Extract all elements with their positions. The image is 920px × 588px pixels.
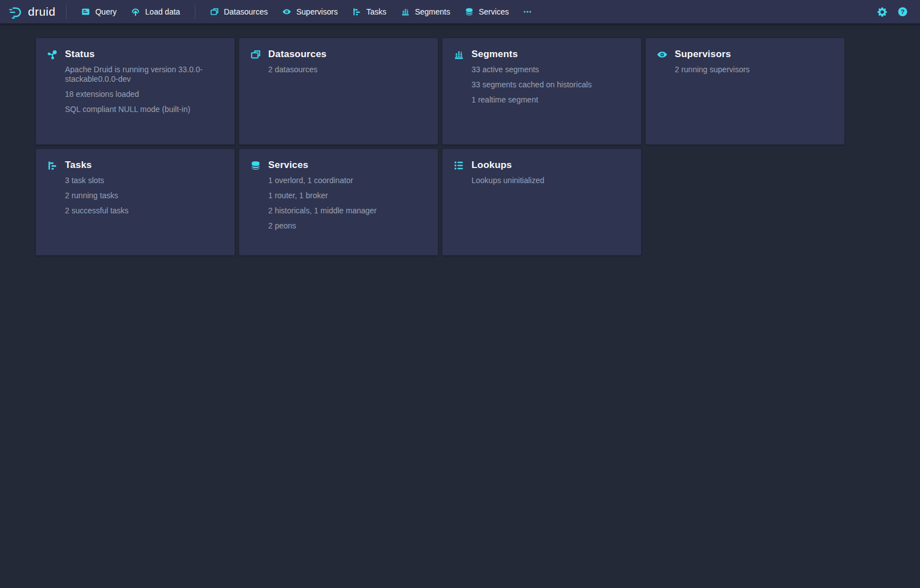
datasources-icon — [250, 49, 261, 60]
nav-item-label: Segments — [415, 7, 450, 16]
query-icon — [81, 7, 90, 16]
navbar-divider — [195, 5, 195, 19]
status-line: 33 active segments — [471, 65, 630, 74]
nav-item-supervisors[interactable]: Supervisors — [275, 0, 345, 24]
card-body: Lookups uninitialized — [442, 176, 641, 185]
status-line: 2 successful tasks — [65, 206, 223, 216]
status-line: 2 historicals, 1 middle manager — [268, 206, 427, 216]
datasources-icon — [210, 7, 219, 16]
card-body: 3 task slots 2 running tasks 2 successfu… — [36, 176, 235, 216]
status-line: SQL compliant NULL mode (built-in) — [65, 105, 223, 114]
datasources-card[interactable]: Datasources 2 datasources — [239, 38, 438, 144]
nav-item-label: Query — [95, 7, 116, 16]
nav-item-label: Datasources — [224, 7, 268, 16]
druid-logo-icon — [8, 4, 24, 20]
gantt-icon — [47, 160, 58, 171]
home-view: Status Apache Druid is running version 3… — [0, 24, 920, 255]
status-line: 2 running supervisors — [675, 65, 833, 74]
card-title: Supervisors — [675, 49, 731, 60]
card-title: Services — [268, 160, 309, 171]
status-line: 2 running tasks — [65, 191, 223, 200]
navbar: druid Query Load data — [0, 0, 920, 24]
brand-name: druid — [28, 5, 55, 18]
card-body: 2 datasources — [239, 65, 438, 74]
status-line: 1 realtime segment — [471, 95, 630, 105]
help-button[interactable]: ? — [896, 6, 909, 18]
more-menu-button[interactable] — [516, 0, 539, 24]
status-card[interactable]: Status Apache Druid is running version 3… — [36, 38, 235, 144]
status-line: 1 router, 1 broker — [268, 191, 427, 200]
card-title: Status — [65, 49, 95, 60]
card-header: Segments — [442, 38, 641, 65]
status-line: 33 segments cached on historicals — [471, 80, 630, 90]
card-title: Tasks — [65, 160, 92, 171]
druid-logo[interactable]: druid — [8, 4, 55, 20]
card-title: Segments — [471, 49, 518, 60]
services-card[interactable]: Services 1 overlord, 1 coordinator 1 rou… — [239, 149, 438, 255]
gear-icon — [877, 7, 887, 17]
status-line: 2 datasources — [268, 65, 427, 74]
database-icon — [465, 7, 474, 16]
lookups-card[interactable]: Lookups Lookups uninitialized — [442, 149, 641, 255]
nav-item-tasks[interactable]: Tasks — [345, 0, 394, 24]
status-line: 3 task slots — [65, 176, 223, 185]
nav-item-label: Load data — [145, 7, 180, 16]
card-body: 33 active segments 33 segments cached on… — [442, 65, 641, 105]
cards-grid: Status Apache Druid is running version 3… — [36, 38, 849, 255]
supervisors-card[interactable]: Supervisors 2 running supervisors — [646, 38, 844, 144]
settings-button[interactable] — [876, 6, 888, 18]
status-line: Apache Druid is running version 33.0.0-s… — [65, 65, 223, 84]
nav-item-label: Services — [479, 7, 509, 16]
card-header: Tasks — [36, 149, 235, 176]
card-header: Datasources — [239, 38, 438, 65]
status-line: 2 peons — [268, 221, 427, 231]
bar-chart-icon — [454, 49, 464, 60]
bar-chart-icon — [401, 7, 410, 16]
database-icon — [250, 160, 261, 171]
status-line: Lookups uninitialized — [471, 176, 630, 185]
status-line: 18 extensions loaded — [65, 90, 223, 99]
eye-icon — [282, 7, 291, 16]
card-body: 2 running supervisors — [646, 65, 844, 74]
navbar-divider — [66, 5, 67, 19]
card-title: Lookups — [471, 160, 512, 171]
nav-item-services[interactable]: Services — [457, 0, 516, 24]
nav-item-load-data[interactable]: Load data — [124, 0, 187, 24]
more-icon — [523, 7, 532, 16]
card-body: 1 overlord, 1 coordinator 1 router, 1 br… — [239, 176, 438, 231]
help-icon: ? — [898, 7, 908, 17]
segments-card[interactable]: Segments 33 active segments 33 segments … — [442, 38, 641, 144]
status-line: 1 overlord, 1 coordinator — [268, 176, 427, 185]
navbar-right-group: ? — [876, 6, 912, 18]
card-header: Status — [36, 38, 235, 65]
tasks-card[interactable]: Tasks 3 task slots 2 running tasks 2 suc… — [36, 149, 235, 255]
nav-item-datasources[interactable]: Datasources — [203, 0, 275, 24]
card-body: Apache Druid is running version 33.0.0-s… — [36, 65, 235, 114]
nav-item-label: Supervisors — [296, 7, 338, 16]
graph-icon — [47, 49, 58, 60]
properties-icon — [454, 160, 464, 171]
card-header: Lookups — [442, 149, 641, 176]
gantt-icon — [352, 7, 361, 16]
nav-item-label: Tasks — [366, 7, 386, 16]
load-data-icon — [131, 7, 140, 16]
card-title: Datasources — [268, 49, 326, 60]
eye-icon — [657, 49, 667, 60]
nav-item-query[interactable]: Query — [74, 0, 124, 24]
nav-item-segments[interactable]: Segments — [394, 0, 457, 24]
card-header: Services — [239, 149, 438, 176]
card-header: Supervisors — [646, 38, 844, 65]
svg-text:?: ? — [900, 8, 904, 15]
